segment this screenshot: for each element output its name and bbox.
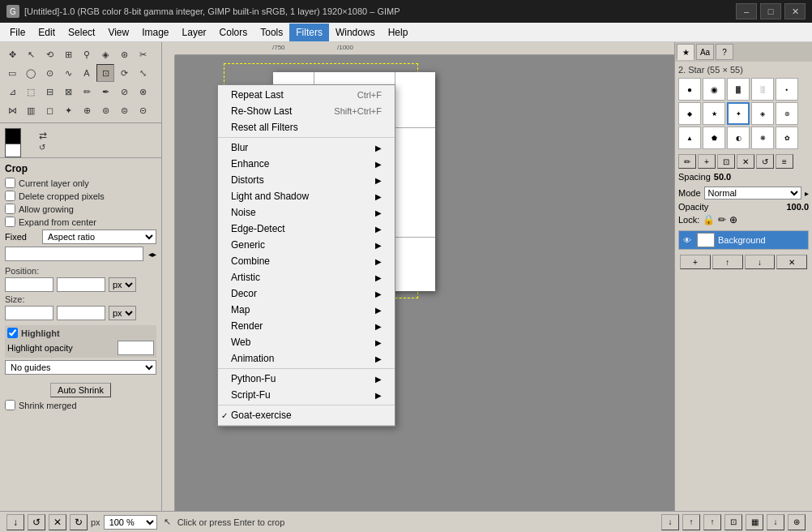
status-undo-btn[interactable]: ↺ <box>28 514 45 530</box>
status-export-btn[interactable]: ↓ <box>6 514 24 530</box>
menu-image[interactable]: Image <box>135 24 175 41</box>
right-status-btn-5[interactable]: ▦ <box>746 514 763 530</box>
tab-brushes[interactable]: ★ <box>677 44 694 60</box>
position-y-input[interactable]: 217 <box>57 277 105 292</box>
tool-shear[interactable]: ⊿ <box>3 83 21 101</box>
tool-blur[interactable]: ⊜ <box>115 101 133 119</box>
brush-3[interactable]: ▓ <box>727 78 750 101</box>
brush-copy-btn[interactable]: ⊡ <box>717 154 735 169</box>
filters-noise[interactable]: Noise ▶ <box>218 204 395 221</box>
brush-6[interactable]: ◆ <box>678 102 701 125</box>
tool-airbrush[interactable]: ⊘ <box>115 83 133 101</box>
brush-5[interactable]: ▪ <box>776 78 798 101</box>
menu-colors[interactable]: Colors <box>213 24 254 41</box>
brush-15[interactable]: ✿ <box>776 127 798 149</box>
guides-select[interactable]: No guides <box>5 360 156 375</box>
tool-pencil[interactable]: ✒ <box>96 83 114 101</box>
shrink-merged-checkbox[interactable] <box>5 400 15 410</box>
brush-8[interactable]: ✦ <box>727 102 750 125</box>
filters-generic[interactable]: Generic ▶ <box>218 237 395 253</box>
size-w-input[interactable]: 292 <box>5 306 53 320</box>
tool-flip[interactable]: ⊟ <box>41 83 58 101</box>
tool-select-color[interactable]: ⊛ <box>115 45 133 63</box>
current-arrows[interactable]: ◂▸ <box>148 250 156 259</box>
tool-clone[interactable]: ⊕ <box>78 101 96 119</box>
tool-dodge[interactable]: ⊝ <box>134 101 152 119</box>
tab-fonts[interactable]: Aa <box>696 44 714 60</box>
tool-rotate[interactable]: ⟳ <box>115 64 133 82</box>
brush-13[interactable]: ◐ <box>727 127 750 149</box>
tool-move[interactable]: ✥ <box>3 45 21 63</box>
filters-combine[interactable]: Combine ▶ <box>218 253 395 269</box>
window-controls[interactable]: – □ ✕ <box>736 3 806 19</box>
tool-transform[interactable]: ⟲ <box>41 45 58 63</box>
tool-pointer[interactable]: ↖ <box>22 45 40 63</box>
menu-windows[interactable]: Windows <box>329 24 382 41</box>
lock-move-icon[interactable]: ⊕ <box>729 214 737 225</box>
tool-3d-transform[interactable]: ⊠ <box>59 83 77 101</box>
position-x-input[interactable]: 824 <box>5 277 53 292</box>
tool-ink[interactable]: ⊗ <box>134 83 152 101</box>
filters-web[interactable]: Web ▶ <box>218 334 395 350</box>
tab-help[interactable]: ? <box>716 44 733 60</box>
filters-render[interactable]: Render ▶ <box>218 318 395 334</box>
size-unit-select[interactable]: px <box>109 306 136 320</box>
tool-bucket-fill[interactable]: ⋈ <box>3 101 21 119</box>
tool-free-select[interactable]: ⚲ <box>78 45 96 63</box>
zoom-select[interactable]: 100 % 50 % 200 % Fit page <box>104 515 157 530</box>
mode-expand-icon[interactable]: ▸ <box>805 189 809 198</box>
filters-map[interactable]: Map ▶ <box>218 302 395 318</box>
layer-delete-btn[interactable]: ✕ <box>776 255 807 269</box>
tool-align[interactable]: ⊞ <box>59 45 77 63</box>
filters-blur[interactable]: Blur ▶ <box>218 139 395 156</box>
brush-7[interactable]: ★ <box>703 102 725 125</box>
right-status-btn-3[interactable]: ↑ <box>703 514 721 530</box>
lock-alpha-icon[interactable]: 🔒 <box>703 214 715 225</box>
filters-enhance[interactable]: Enhance ▶ <box>218 156 395 172</box>
filters-reset-all[interactable]: Reset all Filters <box>218 119 395 135</box>
swap-colors-icon[interactable]: ⇄ <box>39 130 47 141</box>
fg-color-swatch[interactable] <box>5 128 21 144</box>
status-cancel-btn[interactable]: ✕ <box>49 514 66 530</box>
filters-repeat-last[interactable]: Repeat Last Ctrl+F <box>218 87 395 103</box>
tool-paths[interactable]: ∿ <box>59 64 77 82</box>
mode-select[interactable]: Normal Dissolve Multiply Screen <box>704 187 801 200</box>
menu-filters[interactable]: Filters <box>289 24 329 41</box>
tool-rect-select[interactable]: ▭ <box>3 64 21 82</box>
tool-fuzzy-select[interactable]: ◈ <box>96 45 114 63</box>
highlight-checkbox[interactable] <box>7 328 18 338</box>
minimize-button[interactable]: – <box>736 3 757 19</box>
lock-paint-icon[interactable]: ✏ <box>718 214 726 225</box>
brush-14[interactable]: ❋ <box>751 127 774 149</box>
brush-2[interactable]: ◉ <box>703 78 725 101</box>
brush-11[interactable]: ▲ <box>678 127 701 149</box>
brush-new-btn[interactable]: + <box>698 154 716 169</box>
tool-scale[interactable]: ⤡ <box>134 64 152 82</box>
close-button[interactable]: ✕ <box>784 3 806 19</box>
position-unit-select[interactable]: px <box>109 277 136 292</box>
right-status-btn-4[interactable]: ⊡ <box>724 514 742 530</box>
filters-goat-exercise[interactable]: ✓ Goat-exercise <box>218 407 395 423</box>
layer-new-btn[interactable]: + <box>680 255 711 269</box>
brush-9[interactable]: ◈ <box>751 102 774 125</box>
current-value-input[interactable]: Current <box>5 247 143 261</box>
fg-bg-colors[interactable] <box>3 127 36 154</box>
allow-growing-checkbox[interactable] <box>5 204 15 214</box>
filters-python-fu[interactable]: Python-Fu ▶ <box>218 371 395 387</box>
expand-from-center-checkbox[interactable] <box>5 217 15 227</box>
tool-eraser[interactable]: ◻ <box>41 101 58 119</box>
menu-edit[interactable]: Edit <box>32 24 62 41</box>
brush-1[interactable]: ● <box>678 78 701 101</box>
menu-view[interactable]: View <box>101 24 135 41</box>
layer-up-btn[interactable]: ↑ <box>712 255 743 269</box>
tool-ellipse-select[interactable]: ◯ <box>22 64 40 82</box>
status-redo-btn[interactable]: ↻ <box>70 514 88 530</box>
menu-help[interactable]: Help <box>382 24 415 41</box>
current-layer-only-checkbox[interactable] <box>5 178 15 188</box>
brush-4[interactable]: ░ <box>751 78 774 101</box>
brush-delete-btn[interactable]: ✕ <box>737 154 754 169</box>
right-status-btn-7[interactable]: ⊛ <box>788 514 806 530</box>
filters-script-fu[interactable]: Script-Fu ▶ <box>218 387 395 403</box>
menu-select[interactable]: Select <box>62 24 101 41</box>
menu-tools[interactable]: Tools <box>254 24 289 41</box>
